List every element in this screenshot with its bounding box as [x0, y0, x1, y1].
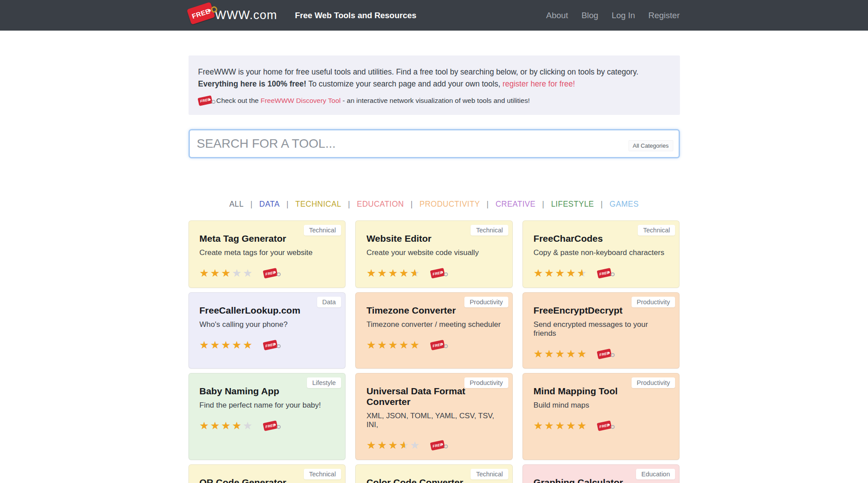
free-tag-icon: FREE — [430, 340, 445, 350]
filter-technical[interactable]: TECHNICAL — [295, 200, 342, 208]
star-icon: ★ — [243, 420, 254, 431]
search-input[interactable] — [190, 130, 679, 157]
tool-card[interactable]: Technical Color Code Converter Convert c… — [355, 464, 513, 483]
tool-card[interactable]: Productivity FreeEncryptDecrypt Send enc… — [522, 292, 680, 369]
category-dropdown[interactable]: All Categories — [628, 140, 673, 151]
tool-category-badge: Productivity — [632, 377, 676, 388]
tool-card[interactable]: Productivity Timezone Converter Timezone… — [355, 292, 513, 369]
filter-all[interactable]: ALL — [229, 200, 244, 208]
star-rating: ★★★★★ — [366, 268, 421, 279]
star-icon: ★ — [232, 420, 243, 431]
tool-meta: ★★★★★ FREE — [200, 268, 335, 279]
tool-description: Create your website code visually — [366, 248, 502, 257]
star-icon: ★ — [377, 268, 389, 279]
filter-separator: | — [411, 200, 413, 208]
intro-line-2: Everything here is 100% free! To customi… — [198, 78, 670, 90]
tool-title: Universal Data Format Converter — [366, 386, 502, 407]
tool-card[interactable]: Technical QR Code Generator QR codes for… — [189, 464, 346, 483]
filter-data[interactable]: DATA — [259, 200, 280, 208]
discovery-line: FREE Check out the FreeWWW Discovery Too… — [198, 95, 670, 106]
free-tag-icon: FREE — [263, 268, 278, 279]
star-icon: ★ — [410, 340, 421, 350]
tool-category-badge: Productivity — [632, 297, 676, 307]
tool-description: Find the perfect name for your baby! — [200, 401, 335, 410]
tool-meta: ★★★★★ FREE — [366, 268, 502, 279]
nav-link-blog[interactable]: Blog — [581, 11, 598, 20]
star-icon: ★ — [366, 340, 377, 350]
site-logo[interactable]: FREE WWW.com — [189, 8, 277, 22]
free-tag-icon: FREE — [197, 95, 212, 106]
star-icon: ★ — [577, 268, 588, 279]
tools-grid: Technical Meta Tag Generator Create meta… — [189, 220, 680, 483]
tool-card[interactable]: Data FreeCallerLookup.com Who's calling … — [189, 292, 346, 369]
star-icon: ★ — [399, 340, 410, 350]
tool-card[interactable]: Technical Website Editor Create your web… — [355, 220, 513, 288]
star-rating: ★★★★★ — [200, 420, 254, 431]
star-rating: ★★★★★ — [534, 349, 588, 359]
free-tag-icon: FREE — [263, 340, 278, 350]
tool-category-badge: Education — [636, 469, 676, 479]
star-icon: ★ — [555, 268, 566, 279]
star-rating: ★★★★★ — [534, 420, 588, 431]
star-icon: ★ — [566, 349, 577, 359]
tool-description: Timezone converter / meeting scheduler — [366, 320, 502, 329]
tool-card[interactable]: Lifestyle Baby Naming App Find the perfe… — [189, 373, 346, 460]
tool-meta: ★★★★★ FREE — [534, 268, 669, 279]
tool-meta: ★★★★★ FREE — [366, 340, 502, 350]
free-tag-icon: FREE — [597, 349, 612, 359]
star-rating: ★★★★★ — [366, 440, 421, 451]
star-icon: ★ — [200, 420, 211, 431]
tool-card[interactable]: Productivity Mind Mapping Tool Build min… — [522, 373, 680, 460]
star-icon: ★ — [410, 440, 421, 451]
star-icon: ★ — [221, 420, 232, 431]
star-icon: ★ — [200, 268, 211, 279]
logo-tag-text: FREE — [191, 7, 211, 20]
filter-creative[interactable]: CREATIVE — [495, 200, 535, 208]
star-icon: ★ — [366, 268, 377, 279]
intro-line-2-text: To customize your search page and add yo… — [306, 79, 503, 88]
tool-description: XML, JSON, TOML, YAML, CSV, TSV, INI, — [366, 412, 502, 429]
star-rating: ★★★★★ — [366, 340, 421, 350]
free-tag-icon: FREE — [430, 440, 445, 451]
star-icon: ★ — [221, 340, 232, 350]
tool-card[interactable]: Education Graphing Calculator Free Graph… — [522, 464, 680, 483]
free-tag-icon: FREE — [430, 268, 445, 279]
filter-education[interactable]: EDUCATION — [357, 200, 404, 208]
free-tag-icon: FREE — [263, 420, 278, 431]
tool-meta: ★★★★★ FREE — [366, 440, 502, 451]
search-bar: All Categories — [189, 129, 680, 158]
tool-category-badge: Technical — [471, 469, 508, 479]
nav-link-log-in[interactable]: Log In — [612, 11, 635, 20]
filter-productivity[interactable]: PRODUCTIVITY — [420, 200, 480, 208]
tool-card[interactable]: Technical FreeCharCodes Copy & paste non… — [522, 220, 680, 288]
star-icon: ★ — [555, 349, 566, 359]
filter-separator: | — [487, 200, 489, 208]
star-rating: ★★★★★ — [200, 340, 254, 350]
star-icon: ★ — [399, 440, 410, 451]
intro-line-1: FreeWWW is your home for free useful too… — [198, 66, 670, 78]
filter-separator: | — [601, 200, 603, 208]
filter-games[interactable]: GAMES — [609, 200, 639, 208]
discovery-tool-link[interactable]: FreeWWW Discovery Tool — [260, 97, 341, 104]
main-nav: AboutBlogLog InRegister — [546, 11, 679, 20]
star-icon: ★ — [534, 349, 545, 359]
filter-lifestyle[interactable]: LIFESTYLE — [551, 200, 594, 208]
tool-category-badge: Technical — [638, 225, 675, 236]
tool-category-badge: Data — [317, 297, 342, 307]
tool-category-badge: Technical — [304, 225, 341, 236]
star-icon: ★ — [544, 349, 555, 359]
intro-box: FreeWWW is your home for free useful too… — [189, 55, 680, 115]
star-icon: ★ — [210, 340, 221, 350]
nav-link-register[interactable]: Register — [648, 11, 680, 20]
free-tag-icon: FREE — [597, 268, 612, 279]
filter-separator: | — [542, 200, 544, 208]
nav-link-about[interactable]: About — [546, 11, 568, 20]
tool-category-badge: Technical — [304, 469, 341, 479]
tool-category-badge: Productivity — [464, 297, 508, 307]
site-tagline: Free Web Tools and Resources — [295, 11, 416, 20]
star-icon: ★ — [210, 268, 221, 279]
star-icon: ★ — [566, 420, 577, 431]
tool-card[interactable]: Productivity Universal Data Format Conve… — [355, 373, 513, 460]
tool-card[interactable]: Technical Meta Tag Generator Create meta… — [189, 220, 346, 288]
register-link[interactable]: register here for free! — [503, 79, 575, 88]
